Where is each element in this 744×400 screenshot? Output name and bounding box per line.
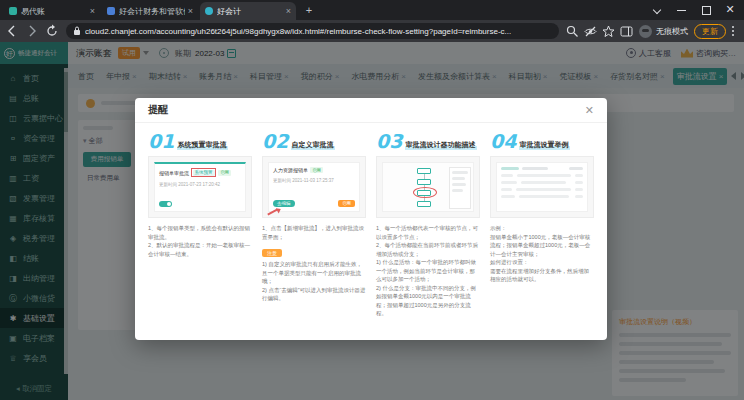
- reload-icon[interactable]: [44, 23, 60, 39]
- step-2-screenshot: 人力资源报销单 启用 更新时间 2021-11-03 17:25:37 去编辑 …: [262, 156, 366, 218]
- incognito-avatar[interactable]: [639, 25, 652, 38]
- step-1: 01 系统预置审批流 报销单审批流 系统预置 启用 更新时间 2021-07-2…: [148, 133, 252, 318]
- modal-header: 提醒 ✕: [135, 98, 607, 123]
- browser-tab-1[interactable]: 易代账 ×: [4, 2, 100, 20]
- address-bar[interactable]: cloud2.chanjet.com/accounting/uh26t264j5…: [66, 23, 559, 39]
- enable-toggle: [159, 201, 172, 207]
- incognito-label: 无痕模式: [656, 26, 688, 37]
- step-2-description-2: 1) 自定义的审批流只有启用后才能生效，且一个单据类型只能有一个启用的审批流哦；…: [262, 260, 366, 303]
- tab-title: 好会计财务和管软件购买价格及...: [119, 6, 185, 17]
- browser-tab-2[interactable]: 好会计财务和管软件购买价格及... ×: [102, 2, 198, 20]
- note-badge: 注意: [262, 249, 282, 257]
- window-maximize-button[interactable]: [696, 0, 716, 20]
- eye-off-icon[interactable]: [583, 24, 598, 39]
- step-4-number: 04: [490, 133, 516, 150]
- modal-body: 01 系统预置审批流 报销单审批流 系统预置 启用 更新时间 2021-07-2…: [135, 123, 607, 328]
- enable-button: 启用: [338, 200, 355, 207]
- step-4-description: 示例： 报销单金额小于1000元，老板—会计审核流程；报销单金额超过1000元，…: [490, 224, 594, 284]
- favicon: [9, 7, 17, 15]
- step-3-title: 审批流设计器功能描述: [405, 140, 477, 150]
- step-1-description: 1、每个报销单类型，系统会有默认的报销审批流。 2、默认的审批流程是：开始—老板…: [148, 224, 252, 258]
- modal-close-icon[interactable]: ✕: [585, 104, 594, 117]
- annotation-arrow-icon: [265, 206, 281, 218]
- new-tab-button[interactable]: +: [302, 4, 316, 18]
- tab-close-icon[interactable]: ×: [90, 6, 95, 16]
- step-2-number: 02: [262, 133, 288, 150]
- step-2-title: 自定义审批流: [291, 140, 335, 150]
- browser-menu-icon[interactable]: [728, 23, 738, 39]
- step-3-screenshot: [376, 156, 480, 218]
- reminder-modal: 提醒 ✕ 01 系统预置审批流 报销单审批流 系统预置 启用: [135, 98, 607, 340]
- step-3-number: 03: [376, 133, 402, 150]
- url-text: cloud2.chanjet.com/accounting/uh26t264j5…: [85, 27, 511, 36]
- side-panel-icon[interactable]: [619, 24, 634, 39]
- flow-node: [417, 201, 431, 207]
- browser-tabstrip: 易代账 × 好会计财务和管软件购买价格及... × 好会计 × + ✕: [0, 0, 744, 20]
- settings-list-mini: [496, 162, 588, 212]
- step-4-title: 审批流设置举例: [519, 140, 570, 150]
- tab-title: 易代账: [21, 6, 87, 17]
- flow-designer-canvas: [382, 162, 474, 212]
- window-minimize-button[interactable]: [672, 0, 692, 20]
- step-4: 04 审批流设置举例: [490, 133, 594, 318]
- annotation-circle-icon: [413, 187, 437, 198]
- chrome-update-button[interactable]: 更新: [694, 24, 726, 39]
- step-1-title: 系统预置审批流: [177, 140, 228, 150]
- browser-toolbar: cloud2.chanjet.com/accounting/uh26t264j5…: [0, 20, 744, 42]
- browser-tab-active[interactable]: 好会计 ×: [200, 2, 296, 20]
- node-properties-pane: [449, 167, 471, 209]
- forward-icon[interactable]: [24, 23, 40, 39]
- modal-title: 提醒: [148, 103, 168, 117]
- back-icon[interactable]: [4, 23, 20, 39]
- highlight-red-box: 系统预置: [191, 168, 216, 177]
- bookmark-star-icon[interactable]: [601, 24, 616, 39]
- tab-title: 好会计: [217, 6, 283, 17]
- tab-search-chevron-icon[interactable]: [648, 0, 668, 20]
- lock-icon: [73, 26, 81, 36]
- tab-close-icon[interactable]: ×: [286, 6, 291, 16]
- window-close-button[interactable]: ✕: [720, 0, 740, 20]
- step-4-screenshot: [490, 156, 594, 218]
- step-3-description: 1、每一个活动都代表一个审核的节点，可以设置多个节点； 2、每个活动都能在当前环…: [376, 224, 480, 318]
- screen: 易代账 × 好会计财务和管软件购买价格及... × 好会计 × + ✕: [0, 0, 744, 400]
- tab-close-icon[interactable]: ×: [188, 6, 193, 16]
- favicon: [205, 7, 213, 15]
- step-2: 02 自定义审批流 人力资源报销单 启用 更新时间 2021-11-03 17:…: [262, 133, 366, 318]
- step-1-number: 01: [148, 133, 174, 150]
- step-2-description-1: 1、点击【新增审批流】，进入到审批流设置界面；: [262, 224, 366, 241]
- find-icon[interactable]: [565, 24, 580, 39]
- step-1-screenshot: 报销单审批流 系统预置 启用 更新时间 2021-07-23 17:20:42: [148, 156, 252, 218]
- favicon: [107, 7, 115, 15]
- step-3: 03 审批流设计器功能描述: [376, 133, 480, 318]
